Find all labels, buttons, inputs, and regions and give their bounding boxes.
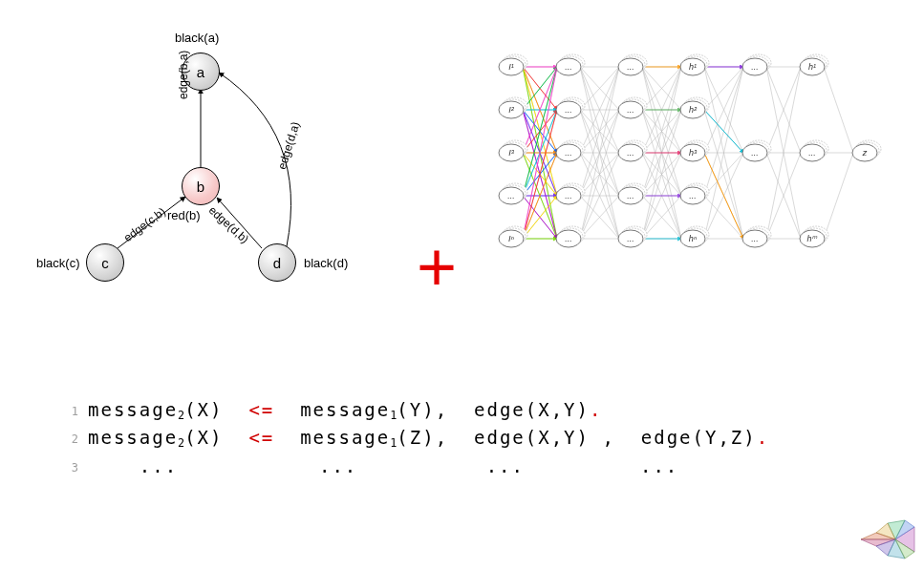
- svg-line-88: [704, 153, 743, 196]
- tok: (Y): [397, 399, 435, 420]
- svg-text:Iⁿ: Iⁿ: [508, 234, 515, 243]
- svg-line-81: [704, 67, 743, 110]
- code-line-2: 2message2(X) <= message1(Z), edge(X,Y) ,…: [57, 424, 879, 452]
- neural-network-diagram: I¹I²I³...Iⁿ.............................…: [487, 43, 889, 263]
- svg-text:...: ...: [627, 148, 634, 158]
- node-b-label: b: [197, 179, 204, 195]
- attr-a: black(a): [175, 31, 219, 45]
- svg-line-131: [704, 110, 743, 153]
- tok: (Z): [397, 427, 435, 448]
- attr-b: red(b): [167, 208, 201, 222]
- tok: (X): [184, 399, 223, 420]
- attr-d: black(d): [304, 256, 348, 270]
- code-line-1: 1message2(X) <= message1(Y), edge(X,Y).: [57, 396, 879, 424]
- svg-text:...: ...: [507, 191, 515, 200]
- tok: ,: [602, 427, 614, 448]
- svg-text:I¹: I¹: [508, 62, 514, 72]
- svg-text:hᵐ: hᵐ: [806, 234, 818, 243]
- attr-c: black(c): [36, 256, 80, 270]
- ell: ...: [319, 455, 357, 476]
- svg-text:...: ...: [751, 234, 759, 243]
- tok: ,: [436, 427, 448, 448]
- svg-text:...: ...: [751, 148, 759, 158]
- svg-text:...: ...: [565, 234, 572, 243]
- tok: message: [300, 399, 390, 420]
- tok: (X): [184, 427, 223, 448]
- edge-ba-label: edge(b,a): [177, 51, 190, 99]
- tok: ,: [436, 399, 448, 420]
- svg-text:h³: h³: [689, 148, 698, 158]
- svg-text:h¹: h¹: [689, 62, 697, 72]
- plus-symbol: +: [417, 232, 457, 301]
- graph-node-c: c: [86, 243, 124, 282]
- tok: message: [300, 427, 390, 448]
- ell: ...: [640, 455, 678, 476]
- svg-text:...: ...: [565, 105, 572, 115]
- svg-text:...: ...: [751, 62, 759, 72]
- node-d-label: d: [273, 255, 281, 271]
- ell: ...: [486, 455, 525, 476]
- dot: .: [590, 399, 602, 420]
- svg-text:...: ...: [689, 191, 697, 200]
- tok: message: [88, 427, 178, 448]
- svg-text:...: ...: [565, 148, 572, 158]
- svg-text:...: ...: [627, 62, 634, 72]
- svg-line-89: [704, 196, 743, 239]
- svg-text:...: ...: [565, 191, 572, 200]
- svg-text:...: ...: [808, 148, 816, 158]
- op: <=: [248, 427, 274, 448]
- nn-svg: I¹I²I³...Iⁿ.............................…: [487, 43, 889, 263]
- svg-text:...: ...: [627, 191, 634, 200]
- svg-line-102: [824, 67, 853, 153]
- node-c-label: c: [101, 255, 109, 271]
- svg-line-104: [824, 153, 853, 239]
- op: <=: [248, 399, 274, 420]
- graph-node-b: b: [182, 167, 220, 205]
- dot: .: [757, 427, 769, 448]
- svg-text:h²: h²: [689, 105, 698, 115]
- corner-logo-icon: [859, 516, 916, 563]
- tok: edge(Y,Z): [641, 427, 757, 448]
- code-line-3: 3 ... ... ... ...: [57, 453, 879, 480]
- svg-text:...: ...: [627, 105, 634, 115]
- node-a-label: a: [197, 64, 204, 80]
- lineno-3: 3: [57, 459, 78, 477]
- tok: edge(X,Y): [474, 427, 590, 448]
- logic-graph: a b c d black(a) red(b) black(c) black(d…: [57, 19, 363, 296]
- svg-text:...: ...: [627, 234, 634, 243]
- svg-text:h¹: h¹: [808, 62, 816, 72]
- ell: ...: [140, 455, 178, 476]
- svg-text:...: ...: [565, 62, 572, 72]
- graph-node-d: d: [258, 243, 296, 282]
- svg-text:hⁿ: hⁿ: [689, 234, 698, 243]
- svg-text:z: z: [862, 148, 868, 158]
- tok: edge(X,Y): [474, 399, 590, 420]
- lineno-2: 2: [57, 431, 78, 449]
- tok: message: [88, 399, 178, 420]
- lineno-1: 1: [57, 403, 78, 421]
- code-block: 1message2(X) <= message1(Y), edge(X,Y). …: [57, 396, 879, 480]
